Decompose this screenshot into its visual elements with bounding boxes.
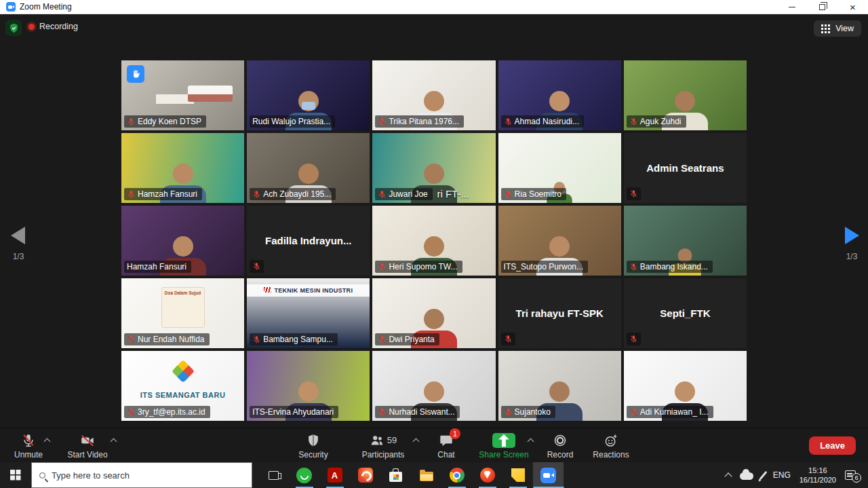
restore-icon [819,4,825,10]
participant-name-label [627,333,641,345]
unmute-label: Unmute [14,450,43,459]
participant-tile[interactable]: Juwari Joeri FT-... [372,133,495,203]
participant-tile[interactable]: Rudi Walujo Prastia... [247,60,370,130]
security-button[interactable]: Security [281,432,346,459]
share-screen-button[interactable]: Share Screen [471,432,536,459]
next-page-arrow[interactable] [845,227,859,244]
taskbar-app-office[interactable] [350,462,380,488]
taskbar-app-chrome[interactable] [441,462,472,488]
start-button[interactable] [0,462,31,488]
participant-tile[interactable]: ITS SEMANGAT BARU3ry_tf@ep.its.ac.id [121,351,244,421]
close-icon: × [850,2,856,12]
muted-mic-icon [378,190,387,199]
participant-tile[interactable]: Ria Soemitro [498,133,621,203]
chat-label: Chat [437,450,454,459]
reactions-button[interactable]: Reactions [578,432,644,459]
participant-name-label: Ria Soemitro [501,188,566,200]
video-overlay-text: ITS SEMANGAT BARU [121,391,244,399]
participants-label: Participants [362,450,405,459]
participant-tile[interactable]: Eddy Koen DTSP [121,60,244,130]
participant-tile[interactable]: Trika Pitana 1976... [372,60,495,130]
participant-tile[interactable]: ITS-Ervina Ahyudanari [247,351,370,421]
mic-off-icon [21,433,36,448]
taskbar-app-acrobat[interactable] [319,462,350,488]
chrome-icon [450,468,465,483]
participant-tile[interactable]: ITS_Sutopo Purwon... [498,206,621,276]
participant-tile[interactable]: Ahmad Nasirudi... [498,60,621,130]
participant-tile[interactable]: Ach Zubaydi 195... [247,133,370,203]
zoom-app-icon [6,2,16,12]
participant-tile[interactable]: Admin Seatrans [624,133,747,203]
taskbar-app-task-view[interactable] [258,462,289,488]
taskbar-app-whatsapp[interactable] [289,462,319,488]
minimize-button[interactable] [776,0,807,14]
action-center-button[interactable]: 6 [845,470,856,480]
muted-mic-icon [504,117,513,126]
participant-tile[interactable]: Tri rahayu FT-SPK [498,278,621,348]
leave-button[interactable]: Leave [809,436,856,455]
gallery-grid-icon [821,24,830,33]
participant-tile[interactable]: Septi_FTK [624,278,747,348]
whatsapp-icon [296,468,312,483]
participant-name-label: Ach Zubaydi 195... [250,188,336,200]
zoom-meeting-window: Zoom Meeting × Recording View Eddy Koen … [0,0,868,488]
language-indicator[interactable]: ENG [773,470,791,480]
participant-name-label: Rudi Walujo Prastia... [250,115,335,128]
shield-check-icon [8,22,20,34]
security-label: Security [298,450,328,459]
taskbar-clock[interactable]: 15:16 16/11/2020 [800,466,836,485]
participant-tile[interactable]: Fadilla Indrayun... [247,206,370,276]
participant-name-label: 3ry_tf@ep.its.ac.id [124,406,210,418]
participant-tile[interactable]: Aguk Zuhdi [624,60,747,130]
participant-tile[interactable]: Adi Kurniawan_ I... [624,351,747,421]
participant-tile[interactable]: Bambang Iskand... [624,206,747,276]
encryption-shield-button[interactable] [5,20,22,36]
search-input[interactable] [52,470,244,481]
unmute-button[interactable]: Unmute [0,432,61,459]
participant-tile[interactable]: Hamzah Fansuri [121,133,244,203]
recording-indicator[interactable]: Recording [28,22,78,31]
muted-mic-icon [127,408,136,417]
notification-count-badge: 6 [852,473,861,483]
close-button[interactable]: × [837,0,868,14]
muted-mic-icon [378,117,387,126]
participant-tile[interactable]: Sujantoko [498,351,621,421]
participants-icon [370,433,384,448]
taskbar-app-store[interactable] [380,462,411,488]
participant-tile[interactable]: TEKNIK MESIN INDUSTRIBambang Sampu... [247,278,370,348]
onedrive-icon[interactable] [740,472,753,480]
participants-button[interactable]: 59 Participants [351,432,416,459]
taskbar-search[interactable] [31,462,252,488]
start-video-button[interactable]: Start Video [55,432,120,459]
video-overlay-text: Doa Dalam Sujud [161,287,205,328]
previous-page-arrow[interactable] [11,227,25,244]
search-icon [39,472,45,478]
video-grid: Eddy Koen DTSPRudi Walujo Prastia...Trik… [121,60,747,421]
muted-mic-icon [252,335,261,344]
participant-name-centered: Fadilla Indrayun... [247,206,370,276]
participant-tile[interactable]: Nurhadi Siswant... [372,351,495,421]
sticky-notes-icon [511,468,525,482]
face-mask [302,102,315,110]
participant-tile[interactable]: Doa Dalam SujudNur Endah Nuffida [121,278,244,348]
meeting-toolbar: Unmute Start Video Security [0,428,868,462]
ink-workspace-icon[interactable] [759,470,767,479]
muted-mic-icon [629,335,638,343]
taskbar-app-zoom[interactable] [533,462,564,488]
participant-tile[interactable]: Hamzah Fansuri [121,206,244,276]
muted-mic-icon [378,408,387,417]
restore-button[interactable] [807,0,837,14]
taskbar-app-brave[interactable] [472,462,502,488]
taskbar-app-sticky-notes[interactable] [502,462,533,488]
participant-tile[interactable]: Heri Supomo TW... [372,206,495,276]
participant-name-label [250,260,264,273]
hidden-icons-chevron[interactable] [724,472,732,480]
chat-button[interactable]: 1 Chat [414,432,479,459]
taskbar-app-file-explorer[interactable] [411,462,441,488]
participant-name-label: Dwi Priyanta [375,333,439,345]
participant-tile[interactable]: Dwi Priyanta [372,278,495,348]
meeting-top-bar: Recording View [0,14,868,44]
store-icon [389,472,402,482]
view-button[interactable]: View [814,20,861,37]
raised-hand-icon [130,69,142,80]
